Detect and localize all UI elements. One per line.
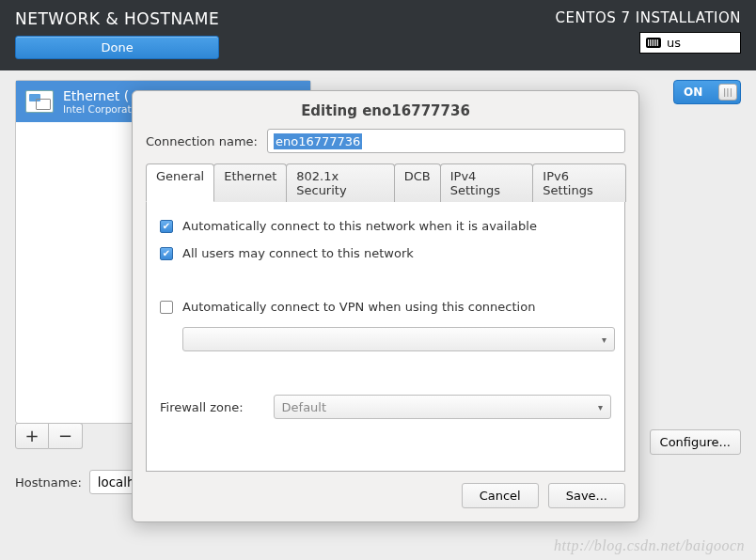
watermark: http://blog.csdn.net/baigoocn [554,537,745,554]
chevron-down-icon: ▾ [602,334,606,345]
device-subtitle: Intel Corporat [63,103,132,115]
tab-content-general: Automatically connect to this network wh… [146,202,625,472]
tab-8021x[interactable]: 802.1x Security [286,163,394,202]
all-users-checkbox[interactable] [160,247,173,260]
auto-connect-row[interactable]: Automatically connect to this network wh… [160,219,611,233]
remove-device-button[interactable]: − [49,423,83,449]
tab-dcb[interactable]: DCB [394,163,441,202]
dialog-footer: Cancel Save... [133,472,638,521]
auto-vpn-row[interactable]: Automatically connect to VPN when using … [160,300,611,314]
done-button[interactable]: Done [15,36,219,59]
chevron-down-icon: ▾ [598,402,603,412]
connection-name-label: Connection name: [146,134,258,148]
tab-ethernet[interactable]: Ethernet [213,163,287,202]
auto-vpn-checkbox[interactable] [160,301,173,314]
connection-toggle[interactable]: ON ||| [673,80,741,104]
spacer [160,273,611,287]
save-button[interactable]: Save... [548,483,625,508]
device-text: Ethernet ( Intel Corporat [63,88,132,115]
auto-vpn-label: Automatically connect to VPN when using … [182,300,535,314]
firewall-zone-select[interactable]: Default ▾ [274,395,611,419]
header-bar: NETWORK & HOSTNAME Done CENTOS 7 INSTALL… [0,0,756,70]
configure-button[interactable]: Configure... [650,429,741,455]
ethernet-icon [25,90,54,113]
toggle-label: ON [684,86,702,99]
keyboard-layout-selector[interactable]: us [639,32,741,54]
all-users-label: All users may connect to this network [182,246,414,260]
vpn-select[interactable]: ▾ [182,327,615,351]
connection-name-row: Connection name: eno16777736 [146,129,625,153]
cancel-button[interactable]: Cancel [462,483,539,508]
auto-connect-label: Automatically connect to this network wh… [182,219,537,233]
firewall-zone-row: Firewall zone: Default ▾ [160,395,611,419]
tab-general[interactable]: General [146,163,214,202]
installer-title: CENTOS 7 INSTALLATION [556,9,741,26]
hostname-label: Hostname: [15,475,82,490]
tab-ipv6[interactable]: IPv6 Settings [532,163,626,202]
keyboard-layout-label: us [667,36,681,50]
auto-connect-checkbox[interactable] [160,220,173,233]
page-title: NETWORK & HOSTNAME [15,9,219,28]
firewall-zone-label: Firewall zone: [160,400,244,414]
tab-ipv4[interactable]: IPv4 Settings [440,163,534,202]
keyboard-icon [646,38,661,48]
firewall-zone-value: Default [282,400,327,414]
all-users-row[interactable]: All users may connect to this network [160,246,611,260]
spacer-2 [160,365,611,378]
toggle-knob: ||| [718,84,737,101]
dialog-body: Connection name: eno16777736 General Eth… [133,129,638,472]
edit-connection-dialog: Editing eno16777736 Connection name: eno… [132,90,639,522]
device-name: Ethernet ( [63,88,132,103]
connection-name-input[interactable]: eno16777736 [267,129,625,153]
header-right: CENTOS 7 INSTALLATION us [556,9,741,54]
dialog-title: Editing eno16777736 [133,91,638,129]
add-device-button[interactable]: + [15,423,49,449]
header-left: NETWORK & HOSTNAME Done [15,9,219,59]
dialog-tabs: General Ethernet 802.1x Security DCB IPv… [146,163,625,202]
connection-name-value: eno16777736 [274,133,362,149]
